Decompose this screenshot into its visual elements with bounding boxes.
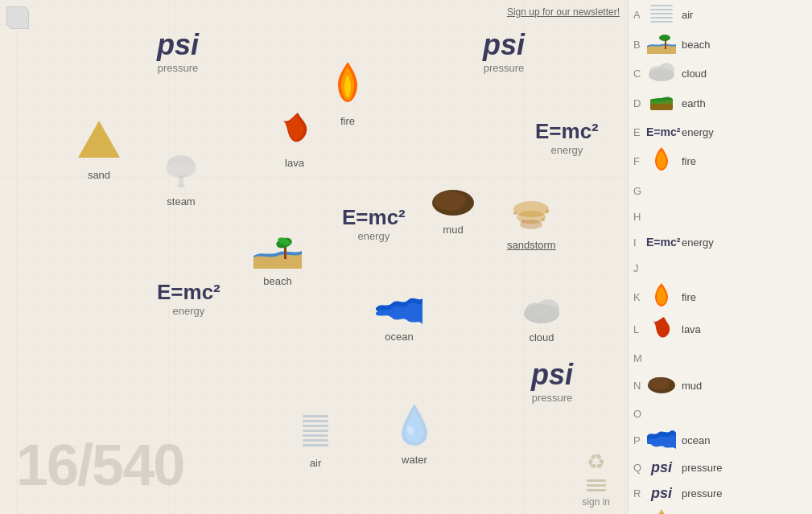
sidebar-item-fire-1[interactable]: F fire [629, 145, 812, 178]
sidebar-item-j: J [629, 255, 812, 281]
svg-rect-24 [303, 430, 328, 432]
card-emc-1[interactable]: E=mc² energy [535, 119, 599, 156]
sidebar-fire-label-2: fire [682, 291, 696, 303]
card-emc-3[interactable]: E=mc² energy [157, 280, 221, 317]
card-lava[interactable]: lava [274, 109, 315, 169]
svg-point-45 [649, 377, 670, 390]
card-psi-pressure-3[interactable]: psi pressure [531, 358, 573, 404]
svg-point-2 [166, 163, 182, 176]
sidebar-letter-k: K [633, 291, 646, 303]
cloud-icon [519, 296, 564, 328]
svg-point-14 [542, 218, 545, 221]
sidebar-item-pressure-1[interactable]: Q psi pressure [629, 454, 812, 480]
svg-rect-32 [650, 5, 673, 6]
svg-point-13 [521, 220, 525, 223]
lava-label: lava [285, 157, 304, 169]
mud-icon [431, 185, 476, 220]
steam-label: steam [167, 195, 195, 208]
svg-point-7 [434, 191, 466, 211]
card-psi-pressure-1[interactable]: psi pressure [157, 28, 199, 74]
svg-marker-46 [649, 509, 674, 514]
card-fire[interactable]: fire [327, 60, 369, 127]
sidebar-letter-b: B [633, 39, 646, 51]
sidebar-letter-l: L [633, 323, 646, 335]
sidebar-letter-e: E [633, 126, 646, 138]
water-icon [398, 402, 431, 450]
beach-label: beach [263, 275, 291, 287]
sidebar-item-earth[interactable]: D earth [629, 88, 812, 119]
svg-point-12 [546, 210, 549, 213]
sidebar-earth-icon [646, 89, 677, 117]
sidebar-letter-i: I [633, 236, 646, 249]
ocean-label: ocean [385, 331, 413, 343]
hamburger-icon[interactable] [587, 479, 606, 491]
sidebar-letter-m: M [633, 352, 646, 364]
sign-in-text[interactable]: sign in [582, 496, 610, 508]
card-beach[interactable]: beach [253, 233, 302, 287]
sidebar-cloud-label: cloud [682, 68, 707, 80]
svg-rect-43 [650, 101, 673, 104]
water-label: water [402, 454, 427, 466]
card-sandstorm[interactable]: sandstorm [507, 197, 556, 251]
sidebar-item-pressure-2[interactable]: R psi pressure [629, 480, 812, 506]
svg-point-38 [659, 35, 670, 41]
sidebar-item-lava[interactable]: L lava [629, 314, 812, 345]
sidebar-letter-g: G [633, 185, 646, 197]
emc-label-1: E=mc² [535, 119, 599, 144]
newsletter-link[interactable]: Sign up for our newsletter! [507, 6, 620, 18]
fire-label: fire [340, 115, 355, 127]
svg-rect-27 [303, 444, 328, 446]
sandstorm-label: sandstorm [507, 239, 556, 251]
main-area: Sign up for our newsletter! psi pressure… [0, 0, 628, 514]
card-psi-pressure-2[interactable]: psi pressure [483, 28, 525, 74]
sidebar-item-beach[interactable]: B beach [629, 30, 812, 60]
card-mud[interactable]: mud [431, 185, 476, 236]
sidebar-item-ocean[interactable]: P ocean [629, 426, 812, 454]
psi-label-1: psi [157, 28, 199, 62]
sand-icon [76, 119, 122, 166]
svg-rect-5 [177, 184, 185, 187]
card-ocean[interactable]: ocean [374, 294, 424, 343]
sidebar-letter-d: D [633, 97, 646, 109]
sidebar-mud-icon [646, 372, 677, 399]
card-water[interactable]: water [398, 402, 431, 466]
sidebar-item-cloud[interactable]: C cloud [629, 60, 812, 88]
svg-point-20 [537, 299, 559, 319]
sidebar-earth-label: earth [682, 97, 706, 109]
sand-label: sand [88, 169, 110, 181]
recycle-icon[interactable]: ♻ [587, 450, 605, 475]
sidebar-letter-r: R [633, 487, 646, 500]
svg-point-3 [180, 163, 196, 176]
sidebar-fire-icon-2 [646, 282, 677, 312]
card-air[interactable]: air [296, 409, 335, 469]
svg-rect-25 [303, 434, 328, 437]
sidebar: A air B [628, 0, 812, 514]
card-cloud[interactable]: cloud [519, 296, 564, 343]
sidebar-energy-label-1: energy [682, 126, 714, 138]
sidebar-item-energy-1[interactable]: E E=mc² energy [629, 119, 812, 145]
mud-label: mud [443, 224, 463, 236]
svg-marker-29 [6, 6, 29, 29]
sidebar-letter-h: H [633, 211, 646, 223]
emc-label-2: E=mc² [342, 205, 406, 230]
sidebar-item-fire-2[interactable]: K fire [629, 281, 812, 314]
card-sand[interactable]: sand [76, 119, 122, 181]
card-emc-2[interactable]: E=mc² energy [342, 205, 406, 242]
sidebar-item-air[interactable]: A air [629, 0, 812, 30]
sidebar-item-mud[interactable]: N mud [629, 371, 812, 401]
sidebar-item-sand[interactable]: S sand [629, 506, 812, 514]
sidebar-energy-label-2: energy [682, 236, 714, 249]
sidebar-item-energy-2[interactable]: I E=mc² energy [629, 229, 812, 255]
svg-rect-26 [303, 439, 328, 442]
air-icon [296, 409, 335, 454]
card-steam[interactable]: steam [161, 149, 201, 208]
psi-label-3: psi [531, 358, 573, 392]
fire-icon [327, 60, 369, 112]
steam-icon [161, 149, 201, 192]
sidebar-pressure-label-1: pressure [682, 462, 723, 474]
sidebar-sand-icon [646, 508, 677, 514]
sidebar-letter-o: O [633, 408, 646, 420]
svg-rect-21 [303, 415, 328, 417]
sidebar-cloud-icon [646, 61, 677, 86]
sandstorm-icon [507, 197, 555, 236]
